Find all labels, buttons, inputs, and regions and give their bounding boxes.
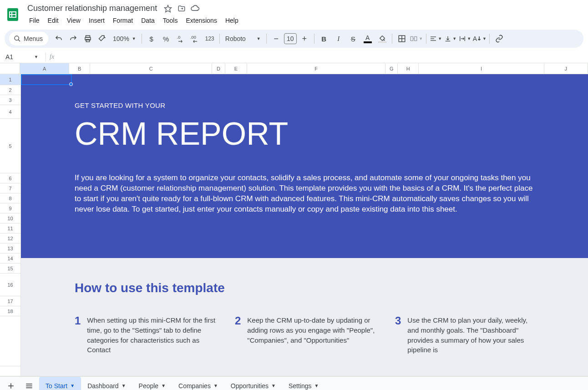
howto-step-number: 2 — [235, 315, 241, 326]
row-header-14[interactable]: 14 — [0, 253, 20, 263]
horizontal-align-button[interactable]: ▼ — [429, 32, 443, 46]
row-header-3[interactable]: 3 — [0, 95, 20, 105]
svg-text:.0: .0 — [177, 35, 180, 40]
menu-edit[interactable]: Edit — [44, 15, 62, 26]
decrease-font-button[interactable]: − — [269, 32, 283, 46]
row-header-12[interactable]: 12 — [0, 233, 20, 243]
svg-text:.00: .00 — [190, 35, 196, 40]
sheet-tab-dashboard[interactable]: Dashboard▼ — [81, 377, 132, 390]
text-rotation-button[interactable]: A▼ — [473, 32, 487, 46]
row-header-18[interactable]: 18 — [0, 306, 20, 316]
row-header-2[interactable]: 2 — [0, 85, 20, 95]
title-bar: Customer relationship management FileEdi… — [0, 0, 588, 27]
menu-help[interactable]: Help — [222, 15, 242, 26]
svg-rect-16 — [415, 37, 417, 41]
fill-color-button[interactable] — [375, 32, 389, 46]
row-header-8[interactable]: 8 — [0, 193, 20, 203]
merge-cells-button[interactable]: ▼ — [410, 32, 423, 46]
hero-title: CRM REPORT — [75, 116, 588, 152]
toolbar: Menus 100%▼ $ % .0 .00 123 Roboto▼ − + B… — [5, 30, 583, 48]
howto-step-text: Use the CRM to plan your daily, weekly, … — [407, 315, 536, 355]
vertical-align-button[interactable]: ▼ — [444, 32, 457, 46]
row-header-9[interactable]: 9 — [0, 203, 20, 213]
column-header-E[interactable]: E — [225, 63, 247, 74]
move-folder-icon[interactable] — [177, 4, 186, 13]
column-header-H[interactable]: H — [398, 63, 419, 74]
text-color-button[interactable]: A — [361, 32, 375, 46]
row-header-15[interactable]: 15 — [0, 263, 20, 274]
sheet-tab-opportunities[interactable]: Opportunities▼ — [224, 377, 282, 390]
menu-file[interactable]: File — [25, 15, 43, 26]
menu-format[interactable]: Format — [109, 15, 137, 26]
row-header-13[interactable]: 13 — [0, 243, 20, 253]
sheet-tab-bar: To Start▼Dashboard▼People▼Companies▼Oppo… — [0, 376, 588, 390]
menu-view[interactable]: View — [63, 15, 84, 26]
borders-button[interactable] — [395, 32, 409, 46]
undo-button[interactable] — [52, 32, 66, 46]
sheet-tab-settings[interactable]: Settings▼ — [282, 377, 325, 390]
formula-bar: A1▼ fx — [0, 51, 588, 63]
menu-extensions[interactable]: Extensions — [182, 15, 220, 26]
svg-rect-15 — [411, 37, 413, 41]
row-header-17[interactable]: 17 — [0, 296, 20, 306]
percent-format-button[interactable]: % — [159, 32, 173, 46]
decrease-decimals-button[interactable]: .0 — [174, 32, 188, 46]
text-wrap-button[interactable]: ▼ — [458, 32, 472, 46]
column-header-B[interactable]: B — [69, 63, 90, 74]
row-header-1[interactable]: 1 — [0, 74, 20, 85]
sheet-tab-companies[interactable]: Companies▼ — [172, 377, 224, 390]
select-all-corner[interactable] — [0, 63, 20, 74]
print-button[interactable] — [81, 32, 95, 46]
star-icon[interactable] — [163, 4, 172, 13]
add-sheet-button[interactable] — [3, 378, 19, 390]
document-title[interactable]: Customer relationship management — [25, 3, 159, 14]
font-size-input[interactable] — [284, 33, 297, 44]
name-box[interactable]: A1▼ — [3, 53, 42, 61]
svg-line-6 — [18, 40, 20, 41]
paint-format-button[interactable] — [96, 32, 109, 46]
row-header-x[interactable] — [0, 316, 20, 366]
column-header-G[interactable]: G — [385, 63, 398, 74]
font-select[interactable]: Roboto▼ — [223, 35, 264, 42]
cell-area[interactable]: GET STARTED WITH YOUR CRM REPORT If you … — [21, 74, 588, 376]
redo-button[interactable] — [66, 32, 80, 46]
menu-insert[interactable]: Insert — [85, 15, 108, 26]
all-sheets-button[interactable] — [21, 378, 37, 390]
howto-step-3: 3Use the CRM to plan your daily, weekly,… — [395, 315, 536, 355]
column-header-J[interactable]: J — [544, 63, 588, 74]
row-header-11[interactable]: 11 — [0, 223, 20, 233]
more-formats-button[interactable]: 123 — [203, 32, 217, 46]
cloud-status-icon[interactable] — [191, 4, 200, 13]
row-header-10[interactable]: 10 — [0, 213, 20, 223]
howto-step-text: Keep the CRM up-to-date by updating or a… — [247, 315, 376, 345]
hero-description: If you are looking for a system to organ… — [75, 173, 534, 215]
spreadsheet-grid: ABCDEFGHIJ 123456789101112131415161718 G… — [0, 63, 588, 376]
column-header-A[interactable]: A — [20, 63, 69, 74]
italic-button[interactable]: I — [332, 32, 345, 46]
column-header-D[interactable]: D — [212, 63, 225, 74]
zoom-select[interactable]: 100%▼ — [110, 35, 139, 42]
row-header-4[interactable]: 4 — [0, 105, 20, 119]
row-header-7[interactable]: 7 — [0, 183, 20, 193]
menu-data[interactable]: Data — [137, 15, 158, 26]
howto-step-number: 3 — [395, 315, 401, 326]
insert-link-button[interactable] — [492, 32, 506, 46]
strikethrough-button[interactable]: S — [346, 32, 360, 46]
sheet-tab-to-start[interactable]: To Start▼ — [39, 377, 81, 390]
search-menus[interactable]: Menus — [9, 32, 48, 46]
formula-input[interactable] — [54, 51, 588, 63]
column-header-C[interactable]: C — [90, 63, 212, 74]
increase-font-button[interactable]: + — [298, 32, 311, 46]
menu-tools[interactable]: Tools — [159, 15, 182, 26]
column-header-I[interactable]: I — [419, 63, 544, 74]
bold-button[interactable]: B — [317, 32, 331, 46]
sheets-app-icon[interactable] — [4, 5, 22, 24]
row-header-6[interactable]: 6 — [0, 173, 20, 183]
sheet-tab-people[interactable]: People▼ — [132, 377, 172, 390]
howto-section: How to use this template 1When setting u… — [21, 258, 588, 376]
currency-format-button[interactable]: $ — [145, 32, 158, 46]
row-header-16[interactable]: 16 — [0, 274, 20, 296]
increase-decimals-button[interactable]: .00 — [188, 32, 202, 46]
row-header-5[interactable]: 5 — [0, 119, 20, 173]
column-header-F[interactable]: F — [247, 63, 385, 74]
